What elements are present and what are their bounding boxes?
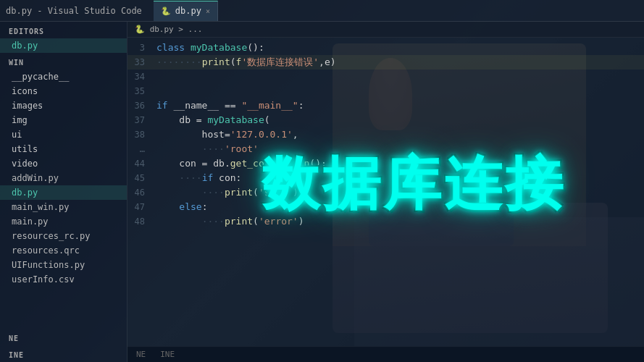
tab-close-button[interactable]: × [206, 7, 210, 15]
sidebar-item-db-py[interactable]: db.py [0, 38, 127, 53]
code-line-47: 47 else: [127, 200, 644, 214]
line-number-47: 47 [127, 200, 156, 214]
editor-content[interactable]: 3 class myDatabase(): 33 ········print(f… [127, 38, 644, 346]
line-content-47: else: [156, 200, 207, 214]
line-number-46: 46 [127, 185, 156, 200]
sidebar-item-mainwin[interactable]: main_win.py [0, 200, 127, 214]
line-content-33: ········print(f'数据库连接错误',e) [156, 55, 336, 70]
sidebar: EDITORS db.py WIN __pycache__ icons imag… [0, 22, 127, 362]
line-number-35: 35 [127, 84, 156, 98]
breadcrumb: 🐍 db.py > ... [127, 22, 644, 38]
line-content-48: ····print('error') [156, 214, 304, 229]
sidebar-item-uifunctions[interactable]: UIFunctions.py [0, 258, 127, 272]
code-line-46: 46 ····print('succ') [127, 185, 644, 200]
code-line-45: 45 ····if con: [127, 171, 644, 185]
line-content-46: ····print('succ') [156, 185, 298, 200]
code-line-36: 36 if __name__ == "__main__": [127, 98, 644, 113]
code-line-33: 33 ········print(f'数据库连接错误',e) [127, 55, 644, 70]
line-content-37: db = myDatabase( [156, 113, 270, 127]
code-line-38: 38 host='127.0.0.1', [127, 127, 644, 142]
bottom-ne: NE [0, 329, 127, 345]
sidebar-item-icons[interactable]: icons [0, 84, 127, 98]
python-icon: 🐍 [161, 7, 171, 16]
line-content-44: con = db.get_connection(); [156, 156, 327, 171]
line-number-33: 33 [127, 55, 156, 70]
code-line-37: 37 db = myDatabase( [127, 113, 644, 127]
line-content-ellipsis: ····'root' [156, 142, 259, 156]
sidebar-item-db[interactable]: db.py [0, 185, 127, 200]
code-line-48: 48 ····print('error') [127, 214, 644, 229]
line-number-3: 3 [127, 41, 156, 55]
line-content-36: if __name__ == "__main__": [156, 98, 304, 113]
main-area: EDITORS db.py WIN __pycache__ icons imag… [0, 22, 644, 362]
db-py-label: db.py [12, 41, 38, 51]
title-bar: db.py - Visual Studio Code 🐍 db.py × [0, 0, 644, 22]
sidebar-item-resources-qrc[interactable]: resources.qrc [0, 243, 127, 258]
line-content-38: host='127.0.0.1', [156, 127, 298, 142]
sidebar-item-resources-rc[interactable]: resources_rc.py [0, 229, 127, 243]
sidebar-item-main[interactable]: main.py [0, 214, 127, 229]
breadcrumb-icon: 🐍 [135, 25, 145, 34]
sidebar-item-addwin[interactable]: addWin.py [0, 171, 127, 185]
sidebar-item-ui[interactable]: ui [0, 127, 127, 142]
line-number-48: 48 [127, 214, 156, 229]
line-number-34: 34 [127, 70, 156, 84]
status-bar: NE INE [127, 346, 644, 362]
sidebar-item-pycache[interactable]: __pycache__ [0, 70, 127, 84]
breadcrumb-path: db.py > ... [150, 25, 203, 34]
code-line-35: 35 [127, 84, 644, 98]
line-content-3: class myDatabase(): [156, 41, 264, 55]
title-bar-title: db.py - Visual Studio Code [6, 6, 142, 16]
sidebar-item-video[interactable]: video [0, 156, 127, 171]
code-line-44: 44 con = db.get_connection(); [127, 156, 644, 171]
code-line-34: 34 [127, 70, 644, 84]
sidebar-item-utils[interactable]: utils [0, 142, 127, 156]
line-number-ellipsis: … [127, 142, 156, 156]
sidebar-item-images[interactable]: images [0, 98, 127, 113]
line-number-45: 45 [127, 171, 156, 185]
editor-tab[interactable]: 🐍 db.py × [154, 1, 218, 21]
line-number-37: 37 [127, 113, 156, 127]
sidebar-item-img[interactable]: img [0, 113, 127, 127]
status-left: NE [136, 350, 146, 359]
editors-section-title: EDITORS [0, 22, 127, 38]
win-section-title: WIN [0, 53, 127, 70]
bottom-ine: INE [0, 345, 127, 362]
app-container: db.py - Visual Studio Code 🐍 db.py × EDI… [0, 0, 644, 362]
line-number-38: 38 [127, 127, 156, 142]
line-content-45: ····if con: [156, 171, 241, 185]
editor-pane: 🐍 db.py > ... 3 class myDatabase(): 33 ·… [127, 22, 644, 362]
line-number-36: 36 [127, 98, 156, 113]
status-right: INE [160, 350, 175, 359]
sidebar-item-userinfo[interactable]: userInfo.csv [0, 272, 127, 287]
line-number-44: 44 [127, 156, 156, 171]
code-line-ellipsis: … ····'root' [127, 142, 644, 156]
code-line-3: 3 class myDatabase(): [127, 41, 644, 55]
tab-label: db.py [175, 6, 201, 16]
